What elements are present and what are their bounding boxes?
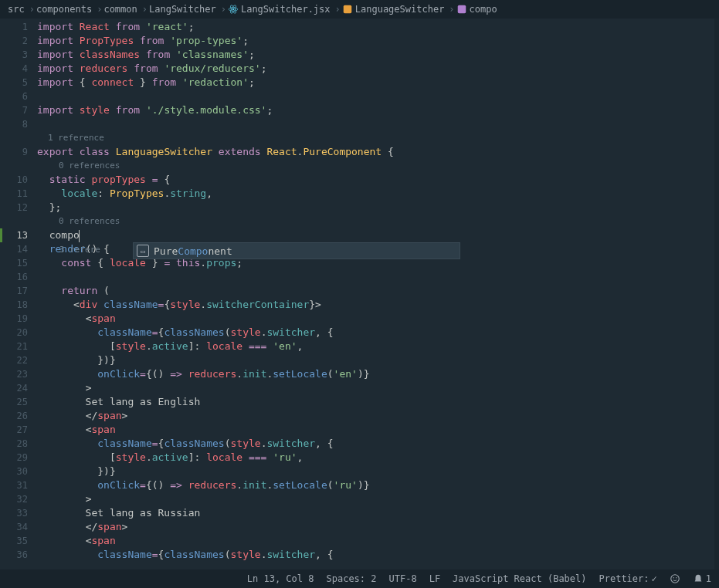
snippet-icon: ▭ (137, 245, 149, 257)
breadcrumb-item[interactable]: compo (470, 4, 497, 15)
chevron-right-icon: › (335, 4, 341, 15)
svg-rect-5 (457, 5, 466, 14)
notification-count: 1 (706, 573, 711, 584)
svg-point-6 (671, 575, 680, 583)
chevron-right-icon: › (97, 4, 102, 15)
breadcrumb-item[interactable]: LangSwitcher (149, 4, 216, 15)
breadcrumb-item[interactable]: common (103, 4, 137, 15)
codelens[interactable]: 1 reference (37, 131, 714, 145)
encoding[interactable]: UTF-8 (389, 573, 417, 584)
codelens[interactable]: 0 references (37, 159, 714, 173)
react-file-icon (228, 4, 239, 15)
chevron-right-icon: › (449, 4, 454, 15)
breadcrumb-item[interactable]: LangSwitcher.jsx (241, 4, 331, 15)
svg-point-7 (673, 577, 673, 578)
minimap[interactable] (714, 19, 719, 569)
suggestion-label: PureComponent (154, 245, 232, 257)
svg-point-0 (232, 8, 234, 10)
svg-point-8 (676, 577, 677, 578)
notifications-icon[interactable]: 1 (693, 573, 711, 584)
autocomplete-item[interactable]: ▭ PureComponent (134, 243, 460, 259)
language-mode[interactable]: JavaScript React (Babel) (453, 573, 586, 584)
chevron-right-icon: › (29, 4, 35, 15)
text-cursor (79, 230, 80, 242)
breadcrumb-item[interactable]: src (8, 4, 25, 15)
breadcrumb-item[interactable]: LanguageSwitcher (355, 4, 445, 15)
codelens-partial: 3 refere (59, 243, 100, 257)
indentation[interactable]: Spaces: 2 (327, 573, 377, 584)
eol[interactable]: LF (429, 573, 440, 584)
chevron-right-icon: › (221, 4, 226, 15)
breadcrumb[interactable]: src › components › common › LangSwitcher… (0, 0, 719, 19)
typed-text: compo (49, 229, 80, 241)
code-editor[interactable]: 12345678 9 101112 13 14151617181920 2122… (0, 19, 719, 569)
svg-rect-4 (344, 5, 352, 14)
feedback-icon[interactable] (670, 573, 680, 584)
cursor-position[interactable]: Ln 13, Col 8 (247, 573, 314, 584)
method-icon (456, 4, 467, 15)
autocomplete-popup[interactable]: 3 refere ▭ PureComponent (133, 242, 460, 259)
prettier-status[interactable]: Prettier: (599, 573, 657, 584)
line-gutter: 12345678 9 101112 13 14151617181920 2122… (0, 19, 37, 569)
class-icon (342, 4, 353, 15)
chevron-right-icon: › (142, 4, 148, 15)
breadcrumb-item[interactable]: components (36, 4, 92, 15)
statusbar: Ln 13, Col 8 Spaces: 2 UTF-8 LF JavaScri… (0, 569, 719, 588)
code-content[interactable]: import React from 'react'; import PropTy… (37, 19, 714, 569)
codelens[interactable]: 0 references (37, 215, 714, 228)
